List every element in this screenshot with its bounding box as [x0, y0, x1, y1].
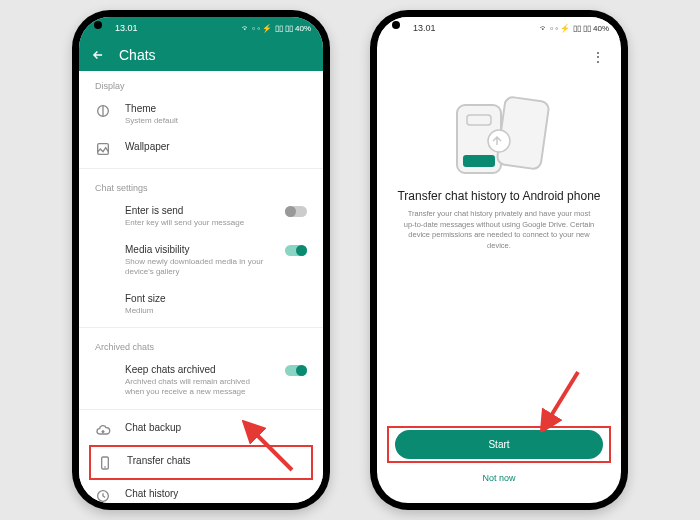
- phone-icon: [97, 455, 113, 471]
- keep-toggle[interactable]: [285, 365, 307, 376]
- section-display: Display: [79, 71, 323, 95]
- bottom-actions: Start Not now: [377, 426, 621, 503]
- history-icon: [95, 488, 111, 503]
- font-row[interactable]: Font size Medium: [79, 285, 323, 323]
- keep-sub: Archived chats will remain archived when…: [125, 377, 271, 398]
- theme-label: Theme: [125, 102, 307, 115]
- enter-row[interactable]: Enter is send Enter key will send your m…: [79, 197, 323, 235]
- cloud-icon: [95, 422, 111, 438]
- annotation-arrow: [536, 368, 586, 432]
- header-title: Chats: [119, 47, 156, 63]
- camera-hole: [94, 21, 102, 29]
- enter-toggle[interactable]: [285, 206, 307, 217]
- transfer-description: Transfer your chat history privately and…: [377, 203, 621, 257]
- divider: [79, 168, 323, 169]
- annotation-arrow: [242, 420, 296, 474]
- theme-row[interactable]: Theme System default: [79, 95, 323, 133]
- section-archived: Archived chats: [79, 332, 323, 356]
- phone-transfer-screen: 13.01 ᯤ ▫ ◦ ⚡ ▯▯ ▯▯ 40% ⋮ Transfer chat …: [370, 10, 628, 510]
- wallpaper-label: Wallpaper: [125, 140, 307, 153]
- keep-row[interactable]: Keep chats archived Archived chats will …: [79, 356, 323, 405]
- divider: [79, 327, 323, 328]
- camera-hole: [392, 21, 400, 29]
- phone-chats-settings: 13.01 ᯤ ▫ ◦ ⚡ ▯▯ ▯▯ 40% Chats Display Th…: [72, 10, 330, 510]
- status-bar: 13.01 ᯤ ▫ ◦ ⚡ ▯▯ ▯▯ 40%: [79, 17, 323, 39]
- header-bar: Chats: [79, 39, 323, 71]
- top-bar: ⋮: [377, 39, 621, 75]
- font-label: Font size: [125, 292, 307, 305]
- status-indicators: ᯤ ▫ ◦ ⚡ ▯▯ ▯▯ 40%: [242, 24, 311, 33]
- status-bar: 13.01 ᯤ ▫ ◦ ⚡ ▯▯ ▯▯ 40%: [377, 17, 621, 39]
- status-indicators: ᯤ ▫ ◦ ⚡ ▯▯ ▯▯ 40%: [540, 24, 609, 33]
- media-sub: Show newly downloaded media in your devi…: [125, 257, 271, 278]
- enter-sub: Enter key will send your message: [125, 218, 271, 228]
- history-label: Chat history: [125, 487, 307, 500]
- svg-point-8: [488, 130, 510, 152]
- media-label: Media visibility: [125, 243, 271, 256]
- transfer-title: Transfer chat history to Android phone: [377, 189, 621, 203]
- theme-sub: System default: [125, 116, 307, 126]
- theme-icon: [95, 103, 111, 119]
- section-chat: Chat settings: [79, 173, 323, 197]
- keep-label: Keep chats archived: [125, 363, 271, 376]
- font-sub: Medium: [125, 306, 307, 316]
- history-row[interactable]: Chat history: [79, 480, 323, 503]
- media-toggle[interactable]: [285, 245, 307, 256]
- svg-rect-6: [463, 155, 495, 167]
- back-icon[interactable]: [91, 48, 105, 62]
- transfer-illustration: [377, 75, 621, 189]
- menu-dots-icon[interactable]: ⋮: [591, 49, 605, 65]
- media-row[interactable]: Media visibility Show newly downloaded m…: [79, 236, 323, 285]
- wallpaper-row[interactable]: Wallpaper: [79, 133, 323, 164]
- enter-label: Enter is send: [125, 204, 271, 217]
- not-now-button[interactable]: Not now: [387, 467, 611, 489]
- start-button[interactable]: Start: [395, 430, 603, 459]
- wallpaper-icon: [95, 141, 111, 157]
- divider: [79, 409, 323, 410]
